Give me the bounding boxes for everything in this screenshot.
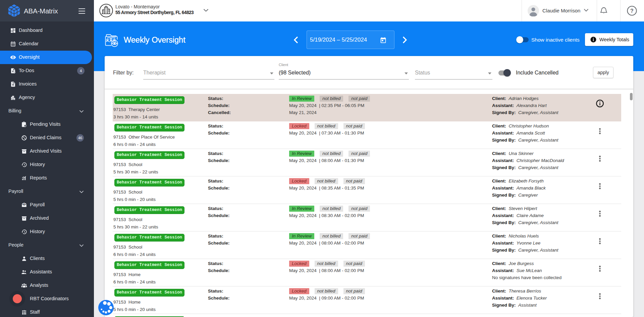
svg-text:?: ?: [630, 8, 634, 14]
